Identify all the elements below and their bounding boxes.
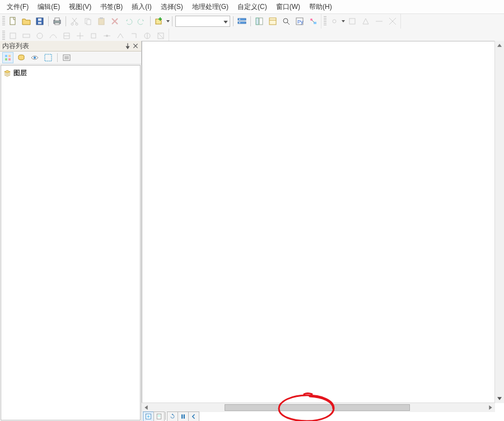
menu-view[interactable]: 视图(V) bbox=[66, 2, 95, 12]
snap-point-button[interactable] bbox=[328, 15, 340, 27]
menu-selection[interactable]: 选择(S) bbox=[157, 2, 186, 12]
modelbuilder-button[interactable] bbox=[307, 15, 319, 27]
scroll-left-icon[interactable] bbox=[142, 405, 151, 410]
svg-point-19 bbox=[239, 22, 240, 24]
menu-bar: 文件(F) 编辑(E) 视图(V) 书签(B) 插入(I) 选择(S) 地理处理… bbox=[0, 0, 504, 14]
fx2-button[interactable] bbox=[20, 30, 32, 42]
toc-pin-icon[interactable] bbox=[124, 43, 131, 49]
menu-geoproc[interactable]: 地理处理(G) bbox=[189, 2, 232, 12]
toc-toolbar bbox=[0, 52, 141, 64]
svg-rect-22 bbox=[269, 18, 276, 25]
svg-point-32 bbox=[37, 33, 43, 39]
scroll-up-icon[interactable] bbox=[495, 41, 504, 50]
svg-rect-3 bbox=[38, 22, 41, 24]
view-tabs bbox=[142, 411, 200, 421]
snap-end-button[interactable] bbox=[346, 15, 358, 27]
scroll-thumb[interactable] bbox=[225, 404, 410, 411]
fx8-button[interactable] bbox=[101, 30, 113, 42]
svg-rect-12 bbox=[100, 17, 103, 19]
python-window-button[interactable]: Py bbox=[293, 15, 306, 27]
menu-insert[interactable]: 插入(I) bbox=[128, 2, 155, 12]
catalog-window-button[interactable] bbox=[267, 15, 279, 27]
print-button[interactable] bbox=[51, 15, 63, 27]
layout-view-tab[interactable] bbox=[153, 411, 165, 421]
toc-title-bar[interactable]: 内容列表 bbox=[0, 41, 141, 52]
new-button[interactable] bbox=[7, 15, 19, 27]
toc-by-drawing-button[interactable] bbox=[2, 52, 13, 63]
scroll-right-icon[interactable] bbox=[486, 405, 495, 410]
toc-title-label: 内容列表 bbox=[2, 41, 29, 51]
menu-window[interactable]: 窗口(W) bbox=[273, 2, 304, 12]
view-prev-button[interactable] bbox=[188, 411, 199, 421]
fx9-button[interactable] bbox=[114, 30, 127, 42]
toolbar-snapping bbox=[321, 14, 401, 29]
svg-text:Py: Py bbox=[297, 19, 304, 25]
redo-button[interactable] bbox=[136, 15, 148, 27]
fx1-button[interactable] bbox=[7, 30, 19, 42]
open-button[interactable] bbox=[20, 15, 32, 27]
toolbar-grip[interactable] bbox=[2, 16, 5, 26]
fx7-button[interactable] bbox=[87, 30, 100, 42]
toc-panel: 内容列表 bbox=[0, 41, 142, 421]
toolbar-grip[interactable] bbox=[324, 16, 326, 26]
svg-rect-33 bbox=[91, 34, 96, 38]
fx4-button[interactable] bbox=[47, 30, 59, 42]
undo-button[interactable] bbox=[122, 15, 134, 27]
fx3-button[interactable] bbox=[34, 30, 46, 42]
toolbar-grip[interactable] bbox=[2, 31, 5, 41]
save-button[interactable] bbox=[34, 15, 46, 27]
map-area bbox=[142, 41, 504, 421]
toc-options-button[interactable] bbox=[61, 52, 72, 63]
pause-drawing-button[interactable] bbox=[178, 411, 189, 421]
toc-close-icon[interactable] bbox=[132, 43, 139, 49]
toc-by-selection-button[interactable] bbox=[43, 52, 54, 63]
fx11-button[interactable] bbox=[141, 30, 153, 42]
svg-rect-6 bbox=[55, 23, 59, 25]
data-view-tab[interactable] bbox=[143, 411, 154, 421]
svg-rect-30 bbox=[10, 33, 16, 39]
toolbar-row-1: Py bbox=[0, 14, 504, 44]
svg-point-23 bbox=[283, 18, 288, 23]
menu-file[interactable]: 文件(F) bbox=[3, 2, 32, 12]
fx10-button[interactable] bbox=[128, 30, 140, 42]
snap-edge-button[interactable] bbox=[373, 15, 385, 27]
svg-rect-11 bbox=[99, 18, 104, 25]
fx6-button[interactable] bbox=[74, 30, 86, 42]
copy-button[interactable] bbox=[82, 15, 94, 27]
menu-customize[interactable]: 自定义(C) bbox=[234, 2, 270, 12]
toc-window-button[interactable] bbox=[253, 15, 265, 27]
toc-root-layers[interactable]: 图层 bbox=[2, 68, 139, 78]
snap-vertex-button[interactable] bbox=[360, 15, 372, 27]
svg-rect-15 bbox=[158, 18, 162, 20]
toc-tree[interactable]: 图层 bbox=[1, 65, 141, 420]
svg-rect-29 bbox=[349, 18, 355, 24]
vertical-scrollbar[interactable] bbox=[494, 41, 504, 403]
cut-button[interactable] bbox=[68, 15, 81, 27]
add-data-dropdown[interactable] bbox=[166, 15, 170, 28]
svg-rect-70 bbox=[45, 54, 52, 61]
toc-by-visibility-button[interactable] bbox=[29, 52, 40, 63]
svg-rect-20 bbox=[256, 18, 259, 25]
paste-button[interactable] bbox=[95, 15, 108, 27]
svg-rect-75 bbox=[158, 415, 161, 417]
fx5-button[interactable] bbox=[60, 30, 73, 42]
menu-edit[interactable]: 编辑(E) bbox=[34, 2, 63, 12]
svg-rect-67 bbox=[8, 58, 11, 60]
menu-help[interactable]: 帮助(H) bbox=[306, 2, 335, 12]
toc-by-source-button[interactable] bbox=[16, 52, 27, 63]
delete-button[interactable] bbox=[109, 15, 121, 27]
editor-toolbar-button[interactable] bbox=[236, 15, 248, 27]
menu-bookmarks[interactable]: 书签(B) bbox=[97, 2, 126, 12]
snap-intersect-button[interactable] bbox=[386, 15, 399, 27]
fx12-button[interactable] bbox=[155, 30, 167, 42]
snap-dropdown[interactable] bbox=[341, 15, 346, 28]
svg-rect-21 bbox=[259, 18, 263, 25]
add-data-button[interactable] bbox=[153, 15, 165, 27]
svg-rect-2 bbox=[38, 18, 41, 21]
svg-rect-66 bbox=[5, 58, 7, 60]
scale-combo[interactable] bbox=[175, 16, 230, 27]
refresh-view-button[interactable] bbox=[167, 411, 178, 421]
map-canvas[interactable] bbox=[142, 41, 495, 403]
scroll-down-icon[interactable] bbox=[495, 394, 504, 403]
search-window-button[interactable] bbox=[280, 15, 292, 27]
